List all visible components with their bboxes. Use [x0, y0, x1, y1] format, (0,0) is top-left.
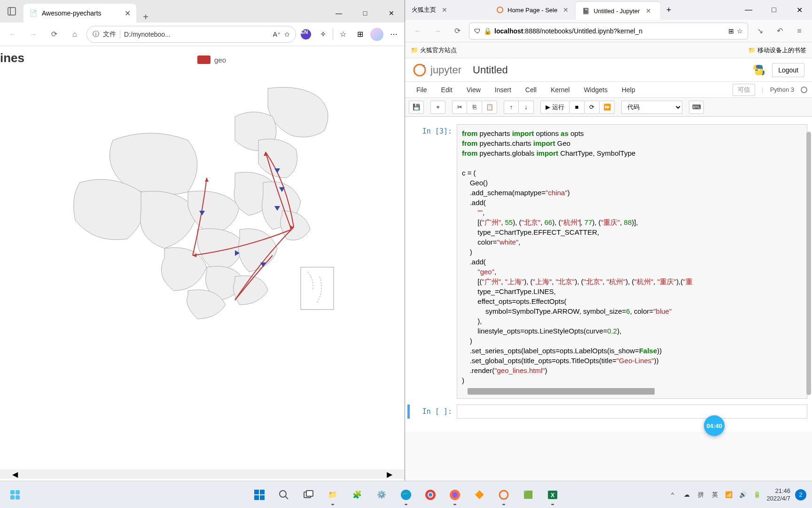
back-button[interactable]: ← — [4, 25, 22, 43]
start-button[interactable] — [248, 484, 271, 506]
reader-mode-icon[interactable]: A⁺ — [273, 31, 281, 38]
close-tab-icon[interactable]: ✕ — [563, 6, 569, 14]
address-bar[interactable]: ⓘ 文件 D:/mynoteboo... A⁺ ✩ — [86, 26, 296, 43]
extensions-button[interactable]: ↘ — [752, 23, 768, 39]
cell-type-select[interactable]: 代码 — [621, 101, 682, 114]
favorites-button[interactable]: ☆ — [336, 27, 350, 41]
close-tab-icon[interactable]: ✕ — [442, 6, 447, 14]
code-cell[interactable]: In [3]: from pyecharts import options as… — [410, 124, 807, 399]
menu-widgets[interactable]: Widgets — [577, 83, 614, 96]
horizontal-scrollbar[interactable]: ◀▶ — [0, 469, 405, 479]
bookmark-star-icon[interactable]: ☆ — [737, 27, 743, 35]
task-view-button[interactable] — [297, 484, 320, 506]
profile-button[interactable] — [370, 27, 384, 41]
timestamp-bubble[interactable]: 04:40 — [704, 415, 725, 436]
jupyter-logo[interactable]: jupyter — [413, 63, 461, 77]
ime-icon-1[interactable]: 拼 — [696, 490, 705, 500]
paste-button[interactable]: 📋 — [482, 101, 497, 114]
collections-button[interactable]: ✧ — [316, 27, 330, 41]
clock[interactable]: 21:46 2022/4/7 — [766, 487, 790, 502]
jupyter-taskbar-icon[interactable] — [492, 484, 515, 506]
code-input[interactable]: from pyecharts import options as optsfro… — [457, 124, 807, 399]
widgets-button[interactable] — [6, 485, 24, 504]
save-button[interactable]: 💾 — [409, 101, 424, 114]
notification-count[interactable]: 2 — [795, 489, 806, 500]
firefox-tab-1[interactable]: 火狐主页 ✕ — [405, 0, 490, 20]
ime-icon-2[interactable]: 英 — [710, 490, 719, 500]
browser-tab[interactable]: 📄 Awesome-pyecharts ✕ — [23, 4, 136, 23]
site-info-icon[interactable]: ⓘ — [93, 30, 99, 39]
run-button[interactable]: ▶ 运行 — [540, 101, 570, 114]
settings-icon[interactable]: ⚙️ — [370, 484, 393, 506]
menu-view[interactable]: View — [460, 83, 487, 96]
copy-button[interactable]: ⎘ — [467, 101, 482, 114]
logout-button[interactable]: Logout — [772, 63, 804, 77]
chart-legend[interactable]: geo — [197, 56, 226, 64]
menu-file[interactable]: File — [410, 83, 434, 96]
add-cell-button[interactable]: + — [430, 101, 445, 114]
menu-button[interactable]: ≡ — [791, 23, 807, 39]
bookmark-folder[interactable]: 📁 火狐官方站点 — [411, 46, 457, 55]
chrome-icon[interactable] — [419, 484, 442, 506]
restart-button[interactable]: ⟳ — [585, 101, 600, 114]
back-button[interactable]: ← — [410, 23, 426, 39]
menu-cell[interactable]: Cell — [519, 83, 543, 96]
new-tab-button[interactable]: + — [136, 12, 155, 23]
command-palette-button[interactable]: ⌨ — [689, 101, 704, 114]
shield-icon[interactable]: 🛡 — [474, 27, 481, 35]
collections-icon[interactable]: ⊞ — [353, 27, 367, 41]
qr-icon[interactable]: ⊞ — [728, 27, 734, 35]
app-icon-2[interactable]: 🔶 — [468, 484, 491, 506]
kernel-indicator-icon[interactable] — [801, 87, 807, 93]
lock-icon[interactable]: 🔒 — [484, 27, 492, 35]
forward-button[interactable]: → — [24, 25, 42, 43]
move-up-button[interactable]: ↑ — [504, 101, 519, 114]
explorer-icon[interactable]: 📁 — [321, 484, 344, 506]
pycharm-icon[interactable]: 🟩 — [517, 484, 539, 506]
interrupt-button[interactable]: ■ — [570, 101, 585, 114]
maximize-button[interactable]: □ — [761, 0, 787, 20]
search-button[interactable] — [273, 484, 295, 506]
refresh-button[interactable]: ⟳ — [45, 25, 63, 43]
cut-button[interactable]: ✂ — [452, 101, 467, 114]
close-window-button[interactable]: ✕ — [787, 0, 812, 20]
menu-help[interactable]: Help — [615, 83, 642, 96]
close-tab-button[interactable]: ✕ — [125, 9, 131, 18]
tray-chevron-icon[interactable]: ^ — [668, 490, 677, 500]
edge-icon[interactable] — [395, 484, 417, 506]
notebook-title[interactable]: Untitled — [473, 64, 508, 76]
restart-run-all-button[interactable]: ⏩ — [600, 101, 615, 114]
close-tab-icon[interactable]: ✕ — [646, 7, 651, 15]
close-window-button[interactable]: ✕ — [378, 4, 405, 23]
menu-edit[interactable]: Edit — [435, 83, 459, 96]
trusted-indicator[interactable]: 可信 — [733, 84, 755, 96]
more-button[interactable]: ⋯ — [387, 27, 401, 41]
firefox-tab-2[interactable]: Home Page - Sele ✕ — [490, 0, 576, 20]
wifi-icon[interactable]: 📶 — [724, 490, 734, 500]
minimize-button[interactable]: — — [326, 4, 352, 23]
excel-icon[interactable]: X — [541, 484, 564, 506]
home-button[interactable]: ⌂ — [66, 25, 84, 43]
tab-actions-button[interactable] — [0, 0, 23, 23]
favorites-icon[interactable]: ✩ — [284, 31, 290, 38]
minimize-button[interactable]: — — [736, 0, 761, 20]
extension-button[interactable]: EN — [299, 27, 313, 41]
bookmark-item[interactable]: 📁 移动设备上的书签 — [748, 46, 806, 55]
china-geo-map[interactable] — [56, 70, 357, 333]
maximize-button[interactable]: □ — [352, 4, 378, 23]
library-button[interactable]: ↶ — [772, 23, 788, 39]
cell-horizontal-scrollbar[interactable] — [468, 388, 655, 395]
vertical-scrollbar[interactable] — [806, 132, 811, 395]
firefox-tab-3[interactable]: 📓 Untitled - Jupyter ✕ — [576, 2, 660, 20]
forward-button[interactable]: → — [429, 23, 445, 39]
address-bar[interactable]: 🛡 🔒 localhost:8888/notebooks/Untitled.ip… — [469, 23, 748, 40]
menu-kernel[interactable]: Kernel — [544, 83, 576, 96]
refresh-button[interactable]: ⟳ — [449, 23, 465, 39]
onedrive-icon[interactable]: ☁ — [682, 490, 691, 500]
new-tab-button[interactable]: + — [660, 0, 677, 20]
move-down-button[interactable]: ↓ — [519, 101, 534, 114]
code-cell-empty[interactable]: In [ ]: — [407, 405, 807, 419]
battery-icon[interactable]: 🔋 — [752, 490, 762, 500]
firefox-icon[interactable] — [444, 484, 466, 506]
volume-icon[interactable]: 🔊 — [738, 490, 748, 500]
